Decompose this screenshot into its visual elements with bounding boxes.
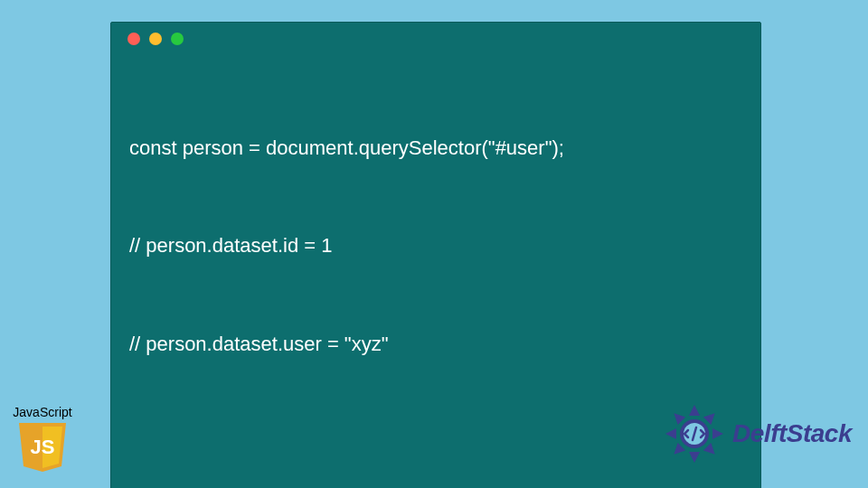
javascript-badge: JavaScript JS — [7, 405, 78, 474]
svg-marker-4 — [712, 428, 723, 439]
svg-marker-3 — [703, 409, 719, 425]
js-shield-text: JS — [31, 436, 55, 458]
svg-marker-2 — [689, 405, 700, 416]
svg-marker-7 — [670, 443, 685, 458]
code-line: // person.dataset.user = "xyz" — [129, 328, 742, 361]
close-icon[interactable] — [127, 33, 140, 45]
code-line: const person = document.querySelector("#… — [129, 132, 742, 164]
code-blank-line — [129, 427, 742, 452]
javascript-shield-icon: JS — [17, 421, 68, 474]
minimize-icon[interactable] — [149, 33, 162, 45]
code-line: // person.dataset.id = 1 — [129, 230, 742, 262]
delftstack-brand: DelftStack — [662, 401, 852, 466]
svg-marker-9 — [670, 409, 685, 425]
svg-marker-6 — [689, 452, 700, 463]
svg-marker-5 — [703, 443, 719, 458]
svg-marker-8 — [665, 428, 676, 439]
delftstack-name: DelftStack — [732, 419, 852, 448]
window-titlebar — [111, 23, 760, 55]
delftstack-logo-icon — [662, 401, 727, 466]
maximize-icon[interactable] — [171, 33, 184, 45]
javascript-label: JavaScript — [7, 405, 78, 419]
